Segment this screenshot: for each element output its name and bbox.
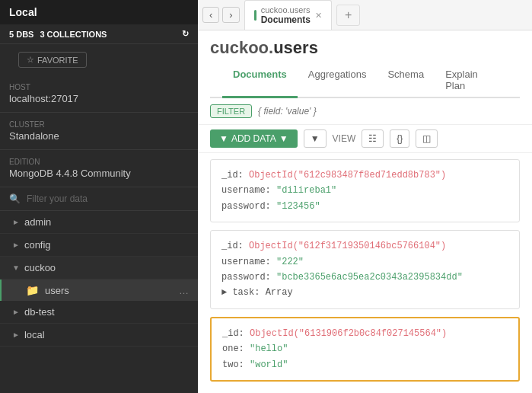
host-info: HOST localhost:27017 [0, 75, 198, 113]
sidebar-item-config[interactable]: ► config [0, 234, 198, 257]
chevron-right-icon: ► [12, 331, 20, 339]
sidebar-header: Local [0, 0, 198, 24]
sidebar-item-local[interactable]: ► local [0, 324, 198, 347]
content-tabs: Documents Aggregations Schema Explain Pl… [210, 64, 520, 98]
table-view-button[interactable]: ◫ [416, 129, 438, 148]
download-icon: ▼ [219, 133, 228, 144]
tab-aggregations[interactable]: Aggregations [298, 64, 377, 98]
sidebar-item-admin[interactable]: ► admin [0, 211, 198, 234]
db-name-cuckoo: cuckoo [24, 262, 56, 273]
field-password: password: "bcbe3365e6ac95ea2c0343a239583… [221, 270, 508, 285]
add-data-button[interactable]: ▼ ADD DATA ▼ [210, 129, 298, 148]
edition-value: MongoDB 4.4.8 Community [9, 168, 189, 179]
edition-label: EDITION [9, 158, 189, 166]
field-id: _id: ObjectId("6131906f2b0c84f027145564"… [222, 326, 508, 341]
tab-bar: ‹ › cuckoo.users Documents ✕ + [198, 0, 532, 30]
document-card-highlighted: _id: ObjectId("6131906f2b0c84f027145564"… [210, 317, 520, 382]
star-icon: ☆ [27, 55, 34, 65]
filter-bar: FILTER [198, 98, 532, 125]
document-card: _id: ObjectId("612f31719350146bc5766104"… [210, 230, 520, 309]
cluster-label: CLUSTER [9, 120, 189, 129]
new-tab-button[interactable]: + [336, 5, 360, 26]
view-label: VIEW [333, 133, 356, 144]
db-name-config: config [24, 239, 51, 251]
sidebar-stats: 5 DBS 3 COLLECTIONS ↻ [0, 24, 198, 44]
tab-collection-title: cuckoo.users [261, 5, 311, 14]
cluster-info: CLUSTER Standalone [0, 113, 198, 150]
favorite-section: ☆ FAVORITE [0, 44, 198, 75]
db-name-admin: admin [24, 216, 51, 228]
field-id: _id: ObjectId("612f31719350146bc5766104"… [221, 238, 508, 254]
dbs-count: 5 DBS [9, 30, 33, 39]
sidebar-item-db-test[interactable]: ► db-test [0, 301, 198, 324]
filter-section: 🔍 Filter your data [0, 187, 198, 211]
toolbar: ▼ ADD DATA ▼ ▼ VIEW ☷ {} ◫ [198, 125, 532, 153]
search-icon: 🔍 [9, 193, 21, 204]
chevron-right-icon: ► [12, 241, 20, 249]
watermark: CSDN @新时代农民工官方认证农农 [210, 389, 520, 393]
chevron-right-icon: ► [12, 308, 20, 316]
main-content: ‹ › cuckoo.users Documents ✕ + cuckoo.us… [198, 0, 532, 393]
database-list: ► admin ► config ▼ cuckoo 📁 users … ► db… [0, 211, 198, 393]
cluster-value: Standalone [9, 130, 189, 142]
field-one: one: "hello" [222, 341, 508, 356]
collection-name-users: users [45, 285, 69, 296]
tab-close-icon[interactable]: ✕ [315, 11, 322, 21]
sidebar: Local 5 DBS 3 COLLECTIONS ↻ ☆ FAVORITE H… [0, 0, 198, 393]
db-name-db-test: db-test [24, 306, 55, 318]
json-view-button[interactable]: {} [390, 129, 409, 148]
filter-input[interactable] [258, 106, 520, 117]
sidebar-item-collection-users[interactable]: 📁 users … [0, 280, 198, 301]
tab-documents[interactable]: Documents [222, 64, 298, 98]
export-button[interactable]: ▼ [304, 129, 327, 148]
documents-area: _id: ObjectId("612c983487f8ed71edd8b783"… [198, 153, 532, 393]
dropdown-icon: ▼ [279, 133, 288, 144]
field-two: two: "world" [222, 357, 508, 372]
sidebar-title: Local [9, 6, 37, 18]
collections-count: 3 COLLECTIONS [40, 30, 107, 39]
field-task: ► task: Array [221, 285, 508, 300]
field-password: password: "123456" [221, 199, 508, 214]
refresh-icon[interactable]: ↻ [182, 29, 189, 39]
sidebar-item-cuckoo[interactable]: ▼ cuckoo [0, 257, 198, 280]
tab-schema[interactable]: Schema [377, 64, 435, 98]
tab-explain-plan[interactable]: Explain Plan [435, 64, 508, 98]
field-username: username: "dilireba1" [221, 183, 508, 198]
edition-info: EDITION MongoDB 4.4.8 Community [0, 150, 198, 187]
host-value: localhost:27017 [9, 93, 189, 104]
folder-icon: 📁 [26, 284, 39, 296]
collection-header: cuckoo.users Documents Aggregations Sche… [198, 30, 532, 98]
back-button[interactable]: ‹ [202, 7, 219, 23]
tab-subtitle: Documents [261, 14, 311, 25]
document-card: _id: ObjectId("612c983487f8ed71edd8b783"… [210, 159, 520, 222]
collection-coll-name: users [273, 38, 318, 57]
field-id: _id: ObjectId("612c983487f8ed71edd8b783"… [221, 168, 508, 183]
favorite-button[interactable]: ☆ FAVORITE [18, 52, 87, 68]
chevron-right-icon: ► [12, 218, 20, 226]
host-label: HOST [9, 83, 189, 91]
forward-button[interactable]: › [222, 7, 239, 23]
list-view-button[interactable]: ☷ [362, 129, 384, 148]
tab-indicator [254, 10, 256, 21]
more-options-icon[interactable]: … [179, 285, 189, 296]
chevron-down-icon: ▼ [12, 264, 20, 272]
field-username: username: "222" [221, 254, 508, 270]
filter-placeholder: Filter your data [27, 193, 88, 204]
db-name-local: local [24, 329, 45, 340]
collection-title: cuckoo.users [210, 38, 520, 58]
collection-db-name: cuckoo [210, 38, 269, 57]
filter-tag[interactable]: FILTER [210, 104, 252, 118]
tab-cuckoo-users[interactable]: cuckoo.users Documents ✕ [244, 0, 332, 30]
